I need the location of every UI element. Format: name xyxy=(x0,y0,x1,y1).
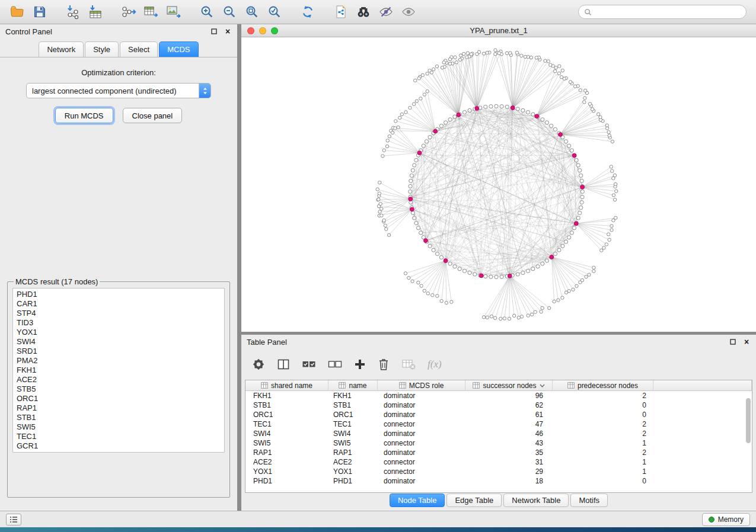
network-node[interactable] xyxy=(535,56,538,59)
select-all-columns-button[interactable] xyxy=(302,358,316,371)
network-node[interactable] xyxy=(613,174,616,177)
network-node[interactable] xyxy=(527,314,529,317)
network-node[interactable] xyxy=(385,145,388,148)
network-node[interactable] xyxy=(459,54,462,57)
network-node[interactable] xyxy=(553,127,557,131)
network-node[interactable] xyxy=(567,290,570,293)
close-mcds-panel-button[interactable]: Close panel xyxy=(123,108,183,123)
mcds-result-item[interactable]: FKH1 xyxy=(13,366,224,375)
network-node[interactable] xyxy=(426,292,429,295)
network-node[interactable] xyxy=(607,233,610,236)
mcds-result-item[interactable]: CAR1 xyxy=(13,299,224,309)
column-header-predecessor-nodes[interactable]: predecessor nodes xyxy=(553,380,653,391)
network-node[interactable] xyxy=(416,226,420,230)
mcds-result-item[interactable]: STP4 xyxy=(13,309,224,318)
network-node[interactable] xyxy=(529,56,532,59)
network-node[interactable] xyxy=(428,69,431,72)
mcds-result-item[interactable]: TEC1 xyxy=(13,432,224,441)
table-row[interactable]: PHD1PHD1dominator180 xyxy=(245,476,752,486)
mcds-result-item[interactable]: PMA2 xyxy=(13,356,224,366)
network-node[interactable] xyxy=(419,231,422,235)
network-hub-node[interactable] xyxy=(444,259,448,263)
memory-button[interactable]: Memory xyxy=(702,513,750,526)
tab-select[interactable]: Select xyxy=(120,41,158,57)
mcds-result-item[interactable]: STB5 xyxy=(13,384,224,394)
network-node[interactable] xyxy=(482,316,485,319)
network-node[interactable] xyxy=(376,188,379,191)
network-hub-node[interactable] xyxy=(572,153,576,158)
network-node[interactable] xyxy=(494,52,497,55)
import-table-button[interactable] xyxy=(84,2,107,22)
network-node[interactable] xyxy=(466,52,469,55)
network-node[interactable] xyxy=(448,262,452,265)
network-node[interactable] xyxy=(428,244,432,248)
network-node[interactable] xyxy=(448,57,451,60)
close-table-panel-button[interactable]: × xyxy=(742,338,751,346)
network-node[interactable] xyxy=(382,219,385,222)
network-hub-node[interactable] xyxy=(574,222,578,226)
network-node[interactable] xyxy=(387,233,390,236)
export-image-button[interactable] xyxy=(162,2,185,22)
mcds-result-item[interactable]: ORC1 xyxy=(13,394,224,403)
network-node[interactable] xyxy=(386,139,389,142)
network-node[interactable] xyxy=(378,181,381,184)
network-node[interactable] xyxy=(423,289,426,292)
network-node[interactable] xyxy=(394,120,397,123)
network-node[interactable] xyxy=(520,54,523,57)
table-row[interactable]: SWI5SWI5connector431 xyxy=(245,438,752,448)
network-node[interactable] xyxy=(585,275,588,278)
network-node[interactable] xyxy=(440,299,443,302)
network-node[interactable] xyxy=(482,52,485,55)
network-node[interactable] xyxy=(545,259,548,262)
network-node[interactable] xyxy=(458,267,461,271)
network-hub-node[interactable] xyxy=(417,151,422,155)
network-node[interactable] xyxy=(439,255,443,259)
network-node[interactable] xyxy=(503,317,506,320)
network-hub-node[interactable] xyxy=(559,133,563,137)
network-node[interactable] xyxy=(432,248,435,252)
network-node[interactable] xyxy=(541,262,544,265)
network-node[interactable] xyxy=(391,131,394,134)
network-node[interactable] xyxy=(567,144,571,148)
export-network-button[interactable] xyxy=(117,2,140,22)
table-row[interactable]: STB1STB1dominator620 xyxy=(245,400,752,410)
network-node[interactable] xyxy=(570,149,573,152)
window-minimize-button[interactable] xyxy=(259,27,266,34)
network-node[interactable] xyxy=(378,192,381,195)
table-row[interactable]: ORC1ORC1dominator610 xyxy=(245,410,752,419)
network-node[interactable] xyxy=(413,216,416,220)
network-node[interactable] xyxy=(409,179,413,182)
network-canvas[interactable] xyxy=(241,37,756,332)
network-node[interactable] xyxy=(500,275,503,278)
clone-network-button[interactable] xyxy=(330,2,352,22)
tab-edge-table[interactable]: Edge Table xyxy=(446,493,502,507)
network-node[interactable] xyxy=(432,68,435,70)
network-node[interactable] xyxy=(484,105,487,108)
network-node[interactable] xyxy=(596,113,599,116)
network-node[interactable] xyxy=(414,158,418,162)
network-node[interactable] xyxy=(453,265,457,268)
network-node[interactable] xyxy=(409,106,412,109)
network-node[interactable] xyxy=(576,216,580,220)
network-node[interactable] xyxy=(553,252,557,255)
network-node[interactable] xyxy=(448,118,452,121)
zoom-selected-button[interactable] xyxy=(263,2,286,22)
zoom-fit-button[interactable] xyxy=(241,2,263,22)
network-node[interactable] xyxy=(409,190,412,193)
mcds-result-item[interactable]: SWI5 xyxy=(13,422,224,432)
split-panel-button[interactable] xyxy=(277,358,290,371)
mcds-result-item[interactable]: SRD1 xyxy=(13,347,224,356)
network-node[interactable] xyxy=(605,243,608,246)
network-node[interactable] xyxy=(557,248,561,252)
network-node[interactable] xyxy=(448,62,451,65)
network-hub-node[interactable] xyxy=(550,255,554,259)
network-node[interactable] xyxy=(557,72,560,75)
network-node[interactable] xyxy=(572,288,575,291)
save-session-button[interactable] xyxy=(28,2,51,22)
network-node[interactable] xyxy=(580,200,583,204)
table-row[interactable]: ACE2ACE2connector311 xyxy=(245,457,752,467)
network-node[interactable] xyxy=(517,316,520,319)
network-node[interactable] xyxy=(521,271,525,274)
network-node[interactable] xyxy=(435,65,438,68)
network-node[interactable] xyxy=(486,316,489,319)
